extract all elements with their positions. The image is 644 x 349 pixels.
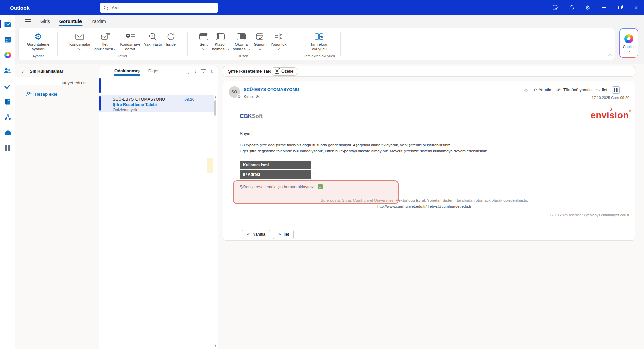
rail-item-calendar[interactable] (0, 33, 15, 46)
reset-password-link[interactable]: Şifrenizi resetlemek için buraya tıklayı… (240, 184, 323, 189)
table-row: IP Adresi : (240, 170, 629, 179)
rail-item-more-apps[interactable] (0, 142, 15, 154)
tab-view[interactable]: Görüntüle (55, 16, 87, 27)
chevron-down-icon (277, 47, 280, 50)
title-bar: Outlook ⚙ × (0, 0, 644, 15)
collapse-conversation-button[interactable]: Konuşmayıdaralt (118, 31, 142, 51)
chevron-down-icon (259, 47, 261, 50)
move-down-icon[interactable]: ↓ (194, 69, 197, 74)
sender-avatar[interactable]: SO ⊗ (229, 86, 240, 98)
close-button[interactable]: × (628, 0, 644, 15)
chevron-right-icon[interactable]: › (22, 68, 27, 74)
reset-link-arrow-icon[interactable]: → (318, 184, 323, 189)
group-label-messages: İletiler (58, 54, 187, 58)
immersive-reader-icon (314, 31, 324, 42)
group-label-layout: Düzen (188, 54, 298, 58)
scroll-up-icon[interactable]: ▲ (214, 96, 217, 98)
reply-arrow-icon: ↶ (247, 232, 251, 237)
group-label-immersive: Tam ekran okuyucu (298, 54, 340, 58)
copilot-icon (624, 34, 633, 43)
search-input[interactable] (112, 5, 206, 10)
unread-accent-bar (99, 78, 101, 93)
tab-home[interactable]: Giriş (36, 16, 55, 27)
more-actions-button[interactable]: ⋯ (624, 87, 629, 93)
minimize-button[interactable] (596, 0, 612, 15)
density-button[interactable]: Yoğunluk (269, 31, 289, 50)
reading-sender-name[interactable]: SCÜ-EBYS OTOMASYONU (244, 87, 299, 92)
forward-footer-button[interactable]: ↷ İlet (273, 230, 294, 239)
message-row-selected[interactable]: SCÜ-EBYS OTOMASYONU 09:20 Şifre Resetlem… (99, 95, 214, 112)
titlebar-icons: ⚙ × (547, 0, 644, 15)
density-icon (274, 31, 283, 42)
message-card: SO ⊗ SCÜ-EBYS OTOMASYONU Kime: ⊗ ☺ ↶ Yan… (223, 81, 635, 241)
chevron-down-icon (78, 47, 81, 50)
ribbon-group-layout: Şerit Klasörbölmesi Okumabölmesi Günüm (188, 28, 298, 60)
reply-footer-button[interactable]: ↶ Yanıtla (242, 230, 270, 239)
bell-icon[interactable] (564, 0, 580, 15)
list-time: 09:20 (184, 97, 194, 101)
reply-all-button[interactable]: ↶↶ Tümünü yanıtla (556, 87, 592, 93)
rail-item-notebook[interactable] (0, 95, 15, 108)
tab-other[interactable]: Diğer (148, 66, 160, 76)
rail-item-mail[interactable] (0, 18, 15, 31)
message-preview-button[interactable]: İletiönizlemesi (92, 31, 118, 51)
select-messages-icon[interactable] (185, 69, 190, 74)
reading-pane-icon (237, 31, 246, 42)
chevron-down-icon (226, 47, 229, 50)
ribbon-toggle-button[interactable]: Şerit (197, 31, 210, 50)
filter-icon[interactable] (201, 69, 206, 73)
rail-item-org-chart[interactable] (0, 111, 15, 123)
sync-button[interactable]: Eşitle (164, 31, 178, 47)
tasks-icon[interactable] (547, 0, 564, 15)
group-label-settings: Ayarlar (19, 54, 57, 58)
tab-help[interactable]: Yardım (87, 16, 111, 27)
my-day-button[interactable]: Günüm (252, 31, 268, 50)
favorites-group[interactable]: › Sık Kullanılanlar (15, 66, 99, 76)
summarize-button[interactable]: Özetle (270, 67, 298, 76)
add-account-button[interactable]: Hesap ekle (15, 89, 99, 99)
folder-pane-button[interactable]: Klasörbölmesi (210, 31, 231, 51)
tab-focused[interactable]: Odaklanmış (114, 66, 140, 76)
divider-line (240, 193, 629, 193)
rail-item-onedrive[interactable] (0, 126, 15, 139)
app-rail (0, 15, 15, 349)
apps-button[interactable] (612, 86, 620, 94)
org-chart-icon (4, 114, 11, 120)
reading-pane-button[interactable]: Okumabölmesi (231, 31, 252, 51)
zoom-button[interactable]: Yakınlaştır (142, 31, 164, 47)
view-settings-button[interactable]: ⚙ Görüntülemeayarları (25, 31, 52, 51)
message-list-scrollbar[interactable]: ▲ ▼ (213, 96, 217, 347)
reactions-smiley-icon[interactable]: ☺ (523, 87, 528, 93)
conversations-button[interactable]: Konuşmalar (67, 31, 92, 50)
credentials-table: Kullanıcı İsmi : IP Adresi : (240, 160, 629, 180)
rail-item-people[interactable] (0, 64, 15, 77)
reply-button[interactable]: ↶ Yanıtla (533, 87, 551, 93)
rail-item-copilot[interactable] (0, 49, 15, 61)
apps-grid-icon (614, 88, 618, 92)
copilot-button[interactable]: Copilot (619, 28, 638, 58)
restore-button[interactable] (612, 0, 628, 15)
notebook-icon (5, 98, 11, 105)
search-box[interactable] (100, 3, 218, 13)
list-preview: Önizleme yok. (113, 108, 138, 112)
person-add-icon (26, 92, 32, 97)
settings-gear-icon[interactable]: ⚙ (580, 0, 596, 15)
calendar-icon (4, 36, 11, 43)
outlook-window: Outlook ⚙ × (0, 0, 644, 349)
scrollbar-thumb[interactable] (214, 100, 216, 116)
reading-pane-header: Şifre Resetleme Talebi Özetle (223, 66, 635, 77)
reply-arrow-icon: ↶ (533, 87, 537, 93)
table-label: Kullanıcı İsmi (240, 161, 311, 169)
hamburger-menu-icon[interactable] (20, 19, 36, 23)
email-footer-links: http://www.cumhuriyet.edu.tr/ | ebys@cum… (240, 204, 609, 208)
sort-icon[interactable]: ↑↓ (210, 69, 213, 74)
divider-line (303, 125, 629, 125)
scroll-down-icon[interactable]: ▼ (214, 344, 217, 347)
ribbon-tabs: Giriş Görüntüle Yardım (15, 15, 111, 28)
forward-button[interactable]: ↷ İlet (596, 87, 607, 93)
message-row-redacted[interactable] (99, 77, 214, 94)
table-row: Kullanıcı İsmi : (240, 161, 629, 169)
chevron-down-icon (202, 47, 205, 50)
forward-arrow-icon: ↷ (277, 232, 281, 237)
immersive-reader-button[interactable]: Tam ekranokuyucu (308, 31, 331, 51)
